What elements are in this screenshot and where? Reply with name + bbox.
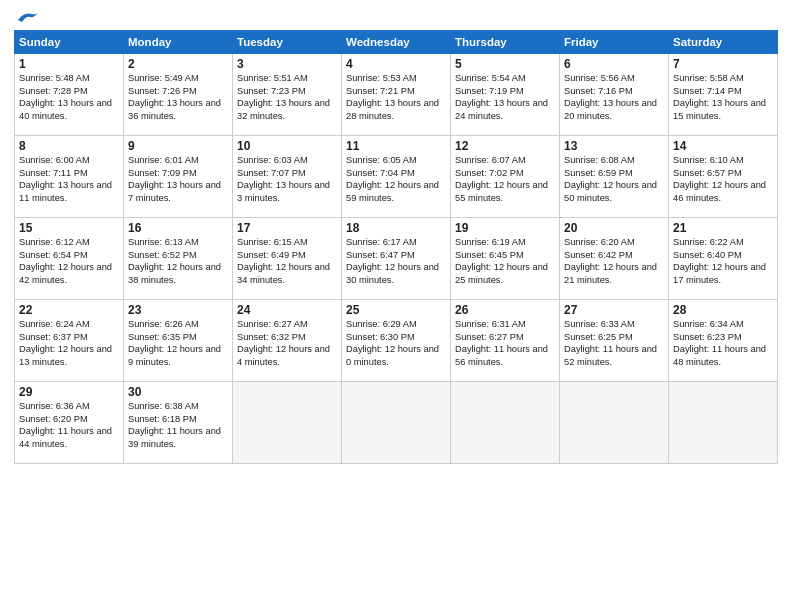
calendar-cell: 6Sunrise: 5:56 AMSunset: 7:16 PMDaylight… [560, 54, 669, 136]
day-number: 6 [564, 57, 664, 71]
calendar-cell [233, 382, 342, 464]
calendar-cell: 29Sunrise: 6:36 AMSunset: 6:20 PMDayligh… [15, 382, 124, 464]
cell-info: Sunrise: 6:13 AMSunset: 6:52 PMDaylight:… [128, 236, 228, 286]
calendar-cell: 5Sunrise: 5:54 AMSunset: 7:19 PMDaylight… [451, 54, 560, 136]
calendar-cell: 18Sunrise: 6:17 AMSunset: 6:47 PMDayligh… [342, 218, 451, 300]
calendar-cell: 10Sunrise: 6:03 AMSunset: 7:07 PMDayligh… [233, 136, 342, 218]
cell-info: Sunrise: 6:26 AMSunset: 6:35 PMDaylight:… [128, 318, 228, 368]
page: SundayMondayTuesdayWednesdayThursdayFrid… [0, 0, 792, 612]
cell-info: Sunrise: 5:49 AMSunset: 7:26 PMDaylight:… [128, 72, 228, 122]
calendar-cell [560, 382, 669, 464]
day-number: 18 [346, 221, 446, 235]
calendar-cell: 25Sunrise: 6:29 AMSunset: 6:30 PMDayligh… [342, 300, 451, 382]
day-number: 20 [564, 221, 664, 235]
day-number: 3 [237, 57, 337, 71]
cell-info: Sunrise: 6:03 AMSunset: 7:07 PMDaylight:… [237, 154, 337, 204]
logo [14, 10, 38, 24]
cell-info: Sunrise: 6:22 AMSunset: 6:40 PMDaylight:… [673, 236, 773, 286]
cell-info: Sunrise: 6:19 AMSunset: 6:45 PMDaylight:… [455, 236, 555, 286]
day-number: 13 [564, 139, 664, 153]
day-number: 22 [19, 303, 119, 317]
day-number: 27 [564, 303, 664, 317]
calendar-cell: 14Sunrise: 6:10 AMSunset: 6:57 PMDayligh… [669, 136, 778, 218]
day-number: 28 [673, 303, 773, 317]
calendar-cell: 21Sunrise: 6:22 AMSunset: 6:40 PMDayligh… [669, 218, 778, 300]
day-header-saturday: Saturday [669, 31, 778, 54]
day-number: 21 [673, 221, 773, 235]
calendar-cell [342, 382, 451, 464]
calendar-cell: 8Sunrise: 6:00 AMSunset: 7:11 PMDaylight… [15, 136, 124, 218]
cell-info: Sunrise: 6:36 AMSunset: 6:20 PMDaylight:… [19, 400, 119, 450]
calendar-cell: 11Sunrise: 6:05 AMSunset: 7:04 PMDayligh… [342, 136, 451, 218]
cell-info: Sunrise: 5:53 AMSunset: 7:21 PMDaylight:… [346, 72, 446, 122]
cell-info: Sunrise: 6:01 AMSunset: 7:09 PMDaylight:… [128, 154, 228, 204]
calendar-cell: 26Sunrise: 6:31 AMSunset: 6:27 PMDayligh… [451, 300, 560, 382]
day-number: 12 [455, 139, 555, 153]
calendar-cell: 20Sunrise: 6:20 AMSunset: 6:42 PMDayligh… [560, 218, 669, 300]
day-number: 30 [128, 385, 228, 399]
calendar-cell [669, 382, 778, 464]
calendar-cell: 4Sunrise: 5:53 AMSunset: 7:21 PMDaylight… [342, 54, 451, 136]
cell-info: Sunrise: 5:56 AMSunset: 7:16 PMDaylight:… [564, 72, 664, 122]
header-row: SundayMondayTuesdayWednesdayThursdayFrid… [15, 31, 778, 54]
day-number: 4 [346, 57, 446, 71]
day-header-thursday: Thursday [451, 31, 560, 54]
calendar-cell: 28Sunrise: 6:34 AMSunset: 6:23 PMDayligh… [669, 300, 778, 382]
cell-info: Sunrise: 5:54 AMSunset: 7:19 PMDaylight:… [455, 72, 555, 122]
calendar-cell: 27Sunrise: 6:33 AMSunset: 6:25 PMDayligh… [560, 300, 669, 382]
day-header-tuesday: Tuesday [233, 31, 342, 54]
calendar-cell: 22Sunrise: 6:24 AMSunset: 6:37 PMDayligh… [15, 300, 124, 382]
calendar-cell: 19Sunrise: 6:19 AMSunset: 6:45 PMDayligh… [451, 218, 560, 300]
day-number: 9 [128, 139, 228, 153]
day-header-sunday: Sunday [15, 31, 124, 54]
day-number: 16 [128, 221, 228, 235]
cell-info: Sunrise: 6:20 AMSunset: 6:42 PMDaylight:… [564, 236, 664, 286]
day-header-monday: Monday [124, 31, 233, 54]
calendar-week-row: 8Sunrise: 6:00 AMSunset: 7:11 PMDaylight… [15, 136, 778, 218]
day-number: 1 [19, 57, 119, 71]
calendar-cell: 15Sunrise: 6:12 AMSunset: 6:54 PMDayligh… [15, 218, 124, 300]
day-number: 19 [455, 221, 555, 235]
cell-info: Sunrise: 5:58 AMSunset: 7:14 PMDaylight:… [673, 72, 773, 122]
day-number: 14 [673, 139, 773, 153]
calendar-cell: 1Sunrise: 5:48 AMSunset: 7:28 PMDaylight… [15, 54, 124, 136]
cell-info: Sunrise: 6:31 AMSunset: 6:27 PMDaylight:… [455, 318, 555, 368]
day-number: 25 [346, 303, 446, 317]
cell-info: Sunrise: 6:34 AMSunset: 6:23 PMDaylight:… [673, 318, 773, 368]
calendar-cell: 3Sunrise: 5:51 AMSunset: 7:23 PMDaylight… [233, 54, 342, 136]
day-number: 8 [19, 139, 119, 153]
day-number: 26 [455, 303, 555, 317]
calendar-week-row: 29Sunrise: 6:36 AMSunset: 6:20 PMDayligh… [15, 382, 778, 464]
calendar-week-row: 22Sunrise: 6:24 AMSunset: 6:37 PMDayligh… [15, 300, 778, 382]
day-number: 2 [128, 57, 228, 71]
cell-info: Sunrise: 6:10 AMSunset: 6:57 PMDaylight:… [673, 154, 773, 204]
cell-info: Sunrise: 6:05 AMSunset: 7:04 PMDaylight:… [346, 154, 446, 204]
cell-info: Sunrise: 6:27 AMSunset: 6:32 PMDaylight:… [237, 318, 337, 368]
cell-info: Sunrise: 6:38 AMSunset: 6:18 PMDaylight:… [128, 400, 228, 450]
cell-info: Sunrise: 6:07 AMSunset: 7:02 PMDaylight:… [455, 154, 555, 204]
cell-info: Sunrise: 6:17 AMSunset: 6:47 PMDaylight:… [346, 236, 446, 286]
logo-bird-icon [16, 10, 38, 28]
calendar-cell: 9Sunrise: 6:01 AMSunset: 7:09 PMDaylight… [124, 136, 233, 218]
calendar-cell: 23Sunrise: 6:26 AMSunset: 6:35 PMDayligh… [124, 300, 233, 382]
cell-info: Sunrise: 6:15 AMSunset: 6:49 PMDaylight:… [237, 236, 337, 286]
day-number: 5 [455, 57, 555, 71]
day-number: 15 [19, 221, 119, 235]
cell-info: Sunrise: 6:12 AMSunset: 6:54 PMDaylight:… [19, 236, 119, 286]
cell-info: Sunrise: 6:24 AMSunset: 6:37 PMDaylight:… [19, 318, 119, 368]
day-number: 24 [237, 303, 337, 317]
day-number: 17 [237, 221, 337, 235]
day-number: 7 [673, 57, 773, 71]
cell-info: Sunrise: 5:51 AMSunset: 7:23 PMDaylight:… [237, 72, 337, 122]
calendar-cell: 24Sunrise: 6:27 AMSunset: 6:32 PMDayligh… [233, 300, 342, 382]
calendar-table: SundayMondayTuesdayWednesdayThursdayFrid… [14, 30, 778, 464]
calendar-cell: 17Sunrise: 6:15 AMSunset: 6:49 PMDayligh… [233, 218, 342, 300]
day-header-friday: Friday [560, 31, 669, 54]
day-number: 29 [19, 385, 119, 399]
cell-info: Sunrise: 6:29 AMSunset: 6:30 PMDaylight:… [346, 318, 446, 368]
day-header-wednesday: Wednesday [342, 31, 451, 54]
calendar-cell [451, 382, 560, 464]
calendar-cell: 13Sunrise: 6:08 AMSunset: 6:59 PMDayligh… [560, 136, 669, 218]
cell-info: Sunrise: 6:33 AMSunset: 6:25 PMDaylight:… [564, 318, 664, 368]
calendar-cell: 7Sunrise: 5:58 AMSunset: 7:14 PMDaylight… [669, 54, 778, 136]
